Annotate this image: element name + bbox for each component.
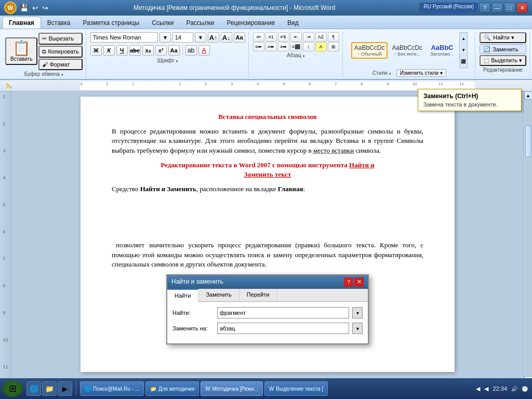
ruler-mark-1: 1 [179, 82, 181, 86]
dialog-tab-replace[interactable]: Заменить [198, 289, 239, 301]
tab-view[interactable]: Вид [281, 17, 305, 29]
font-size-decrease-btn[interactable]: A↓ [221, 32, 232, 43]
office-logo[interactable]: W [4, 2, 17, 14]
taskbar-lang-btn[interactable]: ◀ [476, 385, 480, 392]
dialog-title-bar: Найти и заменить ? ✕ [167, 275, 368, 289]
taskbar-item-vydelenie[interactable]: W Выделение текста [ [264, 381, 328, 396]
font-label: Шрифт ⬧ [157, 58, 178, 63]
format-copy-btn[interactable]: 🖌 Формат [38, 59, 82, 70]
scroll-thumb[interactable] [525, 126, 531, 157]
cut-btn[interactable]: ✂ Вырезать [38, 33, 82, 45]
save-quick-btn[interactable]: 💾 [19, 3, 30, 13]
style-heading1[interactable]: AaBbC Заголово... [427, 42, 458, 59]
taskbar-word-icon: W [205, 386, 210, 392]
sort-btn[interactable]: AZ [315, 32, 327, 42]
subscript-btn[interactable]: x₂ [142, 45, 154, 56]
font-group: ▾ ▾ A↑ A↓ Aa Ж К Ч abe x₂ x² Aa ab A Шри… [87, 31, 249, 78]
ruler-mark-0: · [155, 82, 156, 86]
start-button[interactable]: ⊞ [2, 380, 23, 397]
para-expand-icon[interactable]: ⬧ [302, 53, 305, 58]
font-color-btn[interactable]: A [198, 45, 210, 56]
taskbar-item-metodichka-folder[interactable]: 📁 Для методички [145, 381, 199, 396]
lang-indicator[interactable]: RU Русский (Россия) [419, 3, 478, 13]
align-justify-btn[interactable]: ≡⬛ [290, 42, 302, 51]
find-field[interactable] [217, 307, 349, 318]
font-size-increase-btn[interactable]: A↑ [208, 32, 219, 43]
replace-btn[interactable]: 🔄 Заменить [480, 44, 526, 54]
change-style-btn[interactable]: Изменить стили ▾ [396, 69, 446, 77]
document-area[interactable]: Вставка специальных символов В процессе … [11, 91, 524, 384]
list-ordered-btn[interactable]: ≡1 [265, 32, 277, 42]
ruler-mark-10: 10 [413, 82, 417, 86]
dialog-minimize-btn[interactable]: ? [344, 277, 353, 287]
font-size-input[interactable] [172, 32, 193, 43]
strikethrough-btn[interactable]: abe [129, 45, 141, 56]
taskbar-media-btn[interactable]: ▶ [58, 381, 72, 396]
scroll-track[interactable] [525, 100, 532, 376]
tab-review[interactable]: Рецензирование [220, 17, 281, 29]
font-name-dropdown[interactable]: ▾ [159, 32, 171, 43]
paste-btn[interactable]: 📋 Вставить [5, 37, 37, 65]
redo-quick-btn[interactable]: ↪ [41, 3, 49, 13]
case-btn[interactable]: Aa [168, 45, 180, 56]
styles-scroll[interactable]: ▲ ▼ ⬛ [459, 32, 468, 68]
bold-btn[interactable]: Ж [90, 45, 102, 56]
ribbon: 📋 Вставить ✂ Вырезать ⧉ Копировать 🖌 Фор… [0, 29, 532, 80]
pilcrow-btn[interactable]: ¶ [328, 32, 339, 42]
align-right-btn[interactable]: ≡➡ [278, 42, 289, 51]
close-btn[interactable]: ✕ [516, 3, 528, 13]
tab-mailings[interactable]: Рассылки [180, 17, 221, 29]
list-multilevel-btn[interactable]: ≡↯ [278, 32, 289, 42]
maximize-btn[interactable]: □ [504, 3, 515, 13]
align-left-btn[interactable]: ≡⬅ [253, 42, 264, 51]
list-unordered-btn[interactable]: ≡• [253, 32, 264, 42]
select-btn[interactable]: ⬚ Выделить ▾ [480, 55, 526, 66]
document-page[interactable]: Вставка специальных символов В процессе … [81, 97, 455, 372]
tab-layout[interactable]: Разметка страницы [76, 17, 145, 29]
highlight-btn[interactable]: ab [185, 45, 197, 56]
styles-expand-btn[interactable]: ⬧ [389, 71, 391, 76]
line-spacing-btn[interactable]: ↕ [303, 42, 314, 51]
align-center-btn[interactable]: ≡⬌ [265, 42, 277, 51]
dialog-close-btn[interactable]: ✕ [354, 277, 364, 287]
help-btn[interactable]: ? [479, 3, 490, 13]
find-btn[interactable]: 🔍 Найти ▾ [480, 32, 526, 43]
underline-btn[interactable]: Ч [116, 45, 128, 56]
margin-num-10: 10 [3, 337, 8, 342]
find-dropdown-btn[interactable]: ▾ [352, 307, 363, 318]
minimize-btn[interactable]: — [491, 3, 503, 13]
fill-color-btn[interactable]: A [315, 42, 327, 51]
taskbar-folder-btn[interactable]: 📁 [42, 381, 57, 396]
font-expand-icon[interactable]: ⬧ [176, 58, 178, 63]
borders-btn[interactable]: ⊞ [328, 42, 339, 51]
tab-references[interactable]: Ссылки [145, 17, 180, 29]
tab-home[interactable]: Главная [2, 17, 41, 29]
copy-btn[interactable]: ⧉ Копировать [38, 46, 82, 58]
clipboard-expand-icon[interactable]: ⬧ [61, 72, 63, 77]
taskbar-item-mailru[interactable]: 🌐 Поиск@Mail.Ru - ... [80, 381, 144, 396]
font-clear-btn[interactable]: Aa [234, 32, 245, 43]
find-replace-dialog[interactable]: Найти и заменить ? ✕ Найти Заменить Пере… [166, 274, 369, 344]
taskbar-vydelenie-icon: W [269, 386, 274, 392]
font-size-dropdown[interactable]: ▾ [195, 32, 206, 43]
margin-num-11: 11 [3, 364, 8, 369]
scroll-up-btn[interactable]: ▲ [524, 91, 533, 100]
tab-insert[interactable]: Вставка [41, 17, 77, 29]
undo-quick-btn[interactable]: ↩ [31, 3, 39, 13]
vertical-scrollbar[interactable]: ▲ ▼ [524, 91, 532, 384]
replace-dropdown-btn[interactable]: ▾ [352, 323, 363, 334]
replace-field[interactable] [217, 323, 349, 334]
indent-decrease-btn[interactable]: ⇤ [290, 32, 302, 42]
style-normal-label: ↑ Обычный [354, 51, 385, 57]
italic-btn[interactable]: К [103, 45, 115, 56]
taskbar-item-word[interactable]: W Методичка [Режи... [201, 381, 263, 396]
indent-increase-btn[interactable]: ⇥ [303, 32, 314, 42]
taskbar-ie-btn[interactable]: 🌐 [26, 381, 41, 396]
style-nointervall[interactable]: AaBbCcDc ↑ Без инте... [389, 42, 425, 59]
dialog-body: Найти: ▾ Заменить на: ▾ [167, 302, 368, 343]
dialog-tab-find[interactable]: Найти [167, 289, 198, 302]
superscript-btn[interactable]: x² [155, 45, 167, 56]
font-name-input[interactable] [90, 32, 158, 43]
dialog-tab-goto[interactable]: Перейти [240, 289, 277, 301]
style-normal[interactable]: AaBbCcDc ↑ Обычный [351, 42, 388, 59]
